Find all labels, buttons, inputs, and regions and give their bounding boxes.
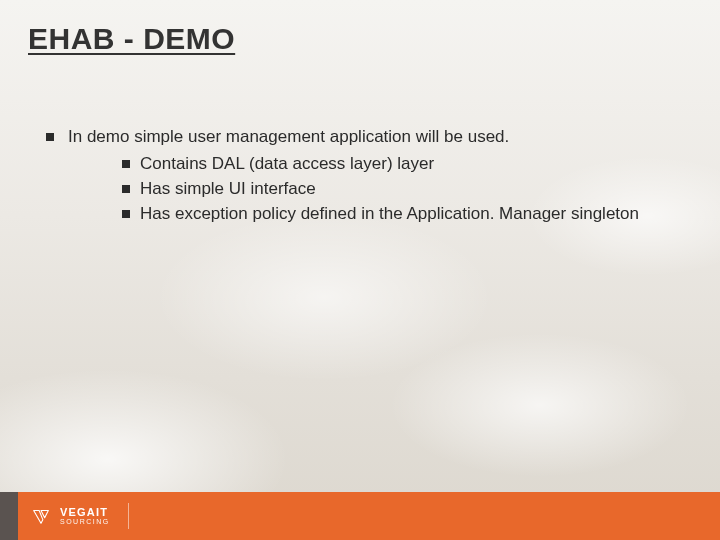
slide-content: In demo simple user management applicati… [28,126,692,226]
footer-bar: VEGAIT SOURCING [18,492,720,540]
slide-title: EHAB - DEMO [28,22,692,56]
sub-bullet-list: Contains DAL (data access layer) layer H… [46,153,652,226]
brand-subtitle: SOURCING [60,518,110,525]
square-bullet-icon [122,185,130,193]
sub-bullet-text: Has exception policy defined in the Appl… [140,203,639,226]
bullet-item: In demo simple user management applicati… [46,126,652,149]
brand-name: VEGAIT [60,507,110,519]
bullet-text: In demo simple user management applicati… [68,126,509,149]
footer-accent-bar [0,492,18,540]
sub-bullet-text: Has simple UI interface [140,178,316,201]
brand-logo-icon [30,505,52,527]
brand-text: VEGAIT SOURCING [60,507,110,526]
sub-bullet-text: Contains DAL (data access layer) layer [140,153,434,176]
sub-bullet-item: Has exception policy defined in the Appl… [122,203,652,226]
sub-bullet-item: Has simple UI interface [122,178,652,201]
footer-divider [128,503,129,529]
square-bullet-icon [46,133,54,141]
slide: EHAB - DEMO In demo simple user manageme… [0,0,720,540]
square-bullet-icon [122,160,130,168]
slide-footer: VEGAIT SOURCING [0,492,720,540]
square-bullet-icon [122,210,130,218]
sub-bullet-item: Contains DAL (data access layer) layer [122,153,652,176]
